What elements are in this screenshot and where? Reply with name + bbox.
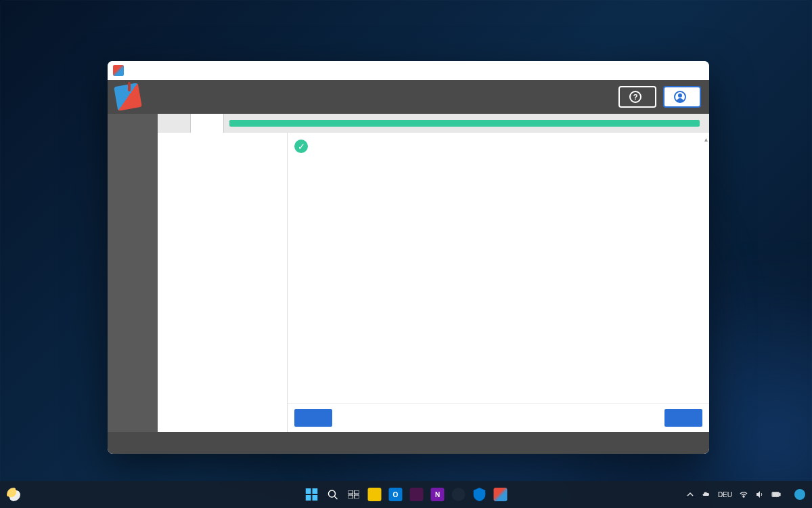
tab-windows[interactable] [158,114,191,133]
svg-rect-0 [306,488,311,494]
taskbar-app-onenote[interactable]: N [428,485,447,504]
close-button[interactable] [681,61,709,80]
battery-icon[interactable] [771,490,781,499]
help-button[interactable]: ? [618,86,656,108]
weather-icon [7,488,20,501]
app-header: ? [108,80,709,114]
svg-rect-6 [348,490,353,494]
taskbar[interactable]: O N DEU [0,481,812,508]
user-icon [674,91,686,103]
results-panel: ▴ ✓ [288,133,709,432]
svg-line-5 [335,496,338,499]
tab-applications[interactable] [191,114,224,133]
taskbar-app-steam[interactable] [449,485,468,504]
progress-bar [229,120,700,127]
svg-point-4 [329,490,336,497]
my-account-button[interactable] [663,86,701,108]
notification-badge[interactable] [794,489,805,500]
taskbar-apps: O N [302,485,510,504]
minimize-button[interactable] [624,61,652,80]
app-window: ? ▴ [108,61,709,454]
svg-point-10 [743,496,744,497]
run-cleaner-button[interactable] [664,409,702,427]
ccleaner-logo-icon [116,85,140,109]
taskbar-app-ccleaner[interactable] [491,485,510,504]
search-icon[interactable] [323,485,342,504]
svg-rect-7 [355,490,359,494]
scroll-up-icon[interactable]: ▴ [704,135,708,143]
onedrive-icon[interactable] [702,490,711,499]
tab-bar [158,114,709,133]
taskbar-app-outlook[interactable]: O [386,485,405,504]
maximize-button[interactable] [652,61,681,80]
weather-widget[interactable] [7,488,24,501]
taskbar-app-security[interactable] [470,485,489,504]
svg-rect-9 [355,495,359,499]
check-icon: ✓ [294,140,308,153]
volume-icon[interactable] [755,490,765,499]
svg-rect-1 [313,488,318,494]
sidebar [108,114,158,432]
start-button[interactable] [302,485,321,504]
svg-rect-8 [348,495,353,499]
svg-rect-12 [779,493,780,496]
help-icon: ? [629,91,641,103]
titlebar[interactable] [108,61,709,80]
status-bar [108,432,709,454]
taskbar-app-1[interactable] [365,485,384,504]
details-header [294,158,702,169]
category-tree[interactable] [158,133,288,432]
language-indicator[interactable]: DEU [718,491,732,499]
svg-rect-13 [773,492,779,496]
analyze-button[interactable] [294,409,332,427]
taskbar-app-slack[interactable] [407,485,426,504]
svg-rect-3 [313,495,318,501]
app-icon [113,65,124,76]
wifi-icon[interactable] [739,490,748,499]
chevron-up-icon[interactable] [685,490,695,499]
task-view-icon[interactable] [344,485,363,504]
svg-rect-2 [306,495,311,501]
